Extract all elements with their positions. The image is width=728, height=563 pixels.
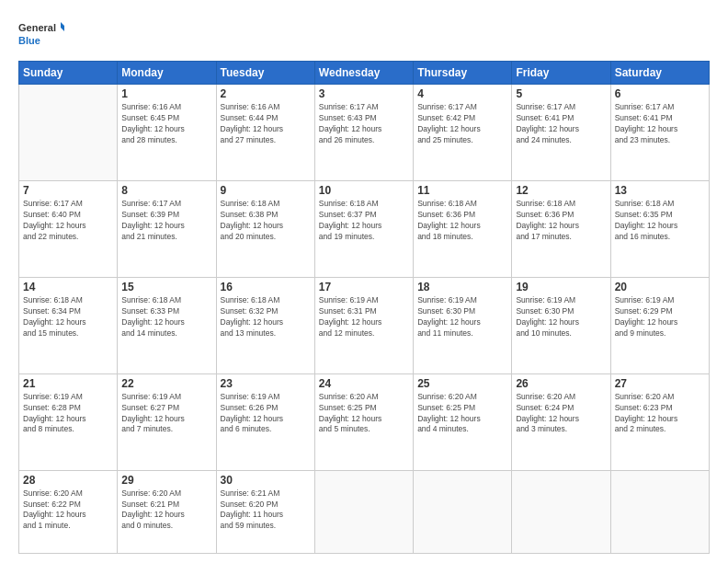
day-number: 1 [121,87,211,100]
day-info: Sunrise: 6:20 AM Sunset: 6:24 PM Dayligh… [516,392,606,436]
day-info: Sunrise: 6:20 AM Sunset: 6:21 PM Dayligh… [121,488,211,533]
calendar-cell [610,470,709,553]
calendar-cell [512,470,610,553]
calendar-cell [414,470,512,553]
day-info: Sunrise: 6:17 AM Sunset: 6:39 PM Dayligh… [121,199,211,243]
day-number: 22 [121,377,211,390]
logo-svg: General Blue [18,17,64,52]
calendar-cell: 14Sunrise: 6:18 AM Sunset: 6:34 PM Dayli… [19,277,118,373]
calendar-cell: 22Sunrise: 6:19 AM Sunset: 6:27 PM Dayli… [118,373,216,470]
calendar-week-row: 28Sunrise: 6:20 AM Sunset: 6:22 PM Dayli… [19,470,710,553]
day-info: Sunrise: 6:19 AM Sunset: 6:27 PM Dayligh… [121,392,211,436]
day-info: Sunrise: 6:18 AM Sunset: 6:35 PM Dayligh… [615,199,705,243]
calendar-cell: 25Sunrise: 6:20 AM Sunset: 6:25 PM Dayli… [414,373,512,470]
calendar-cell: 21Sunrise: 6:19 AM Sunset: 6:28 PM Dayli… [19,373,118,470]
page-header: General Blue [18,17,710,52]
day-info: Sunrise: 6:18 AM Sunset: 6:34 PM Dayligh… [23,295,113,339]
calendar-cell: 19Sunrise: 6:19 AM Sunset: 6:30 PM Dayli… [512,277,610,373]
weekday-header-friday: Friday [512,62,610,85]
day-info: Sunrise: 6:19 AM Sunset: 6:26 PM Dayligh… [221,392,311,436]
day-info: Sunrise: 6:19 AM Sunset: 6:31 PM Dayligh… [319,295,409,339]
calendar-cell: 4Sunrise: 6:17 AM Sunset: 6:42 PM Daylig… [414,85,512,181]
day-info: Sunrise: 6:20 AM Sunset: 6:25 PM Dayligh… [319,392,409,436]
day-info: Sunrise: 6:17 AM Sunset: 6:41 PM Dayligh… [615,102,705,146]
calendar-cell: 28Sunrise: 6:20 AM Sunset: 6:22 PM Dayli… [19,470,118,553]
day-number: 18 [417,281,507,293]
calendar-cell: 16Sunrise: 6:18 AM Sunset: 6:32 PM Dayli… [216,277,314,373]
day-number: 3 [319,87,409,100]
weekday-header-sunday: Sunday [19,62,118,85]
calendar-cell: 9Sunrise: 6:18 AM Sunset: 6:38 PM Daylig… [216,180,314,277]
day-info: Sunrise: 6:17 AM Sunset: 6:42 PM Dayligh… [417,102,507,146]
calendar-cell: 29Sunrise: 6:20 AM Sunset: 6:21 PM Dayli… [118,470,216,553]
day-number: 2 [221,87,311,100]
calendar-cell: 10Sunrise: 6:18 AM Sunset: 6:37 PM Dayli… [314,180,413,277]
day-info: Sunrise: 6:16 AM Sunset: 6:44 PM Dayligh… [221,102,311,146]
calendar-cell: 26Sunrise: 6:20 AM Sunset: 6:24 PM Dayli… [512,373,610,470]
calendar-cell: 6Sunrise: 6:17 AM Sunset: 6:41 PM Daylig… [610,85,709,181]
calendar-cell: 7Sunrise: 6:17 AM Sunset: 6:40 PM Daylig… [19,180,118,277]
calendar-cell: 18Sunrise: 6:19 AM Sunset: 6:30 PM Dayli… [414,277,512,373]
day-info: Sunrise: 6:21 AM Sunset: 6:20 PM Dayligh… [221,488,311,533]
day-number: 19 [516,281,606,293]
calendar-cell: 11Sunrise: 6:18 AM Sunset: 6:36 PM Dayli… [414,180,512,277]
calendar-cell: 27Sunrise: 6:20 AM Sunset: 6:23 PM Dayli… [610,373,709,470]
day-info: Sunrise: 6:18 AM Sunset: 6:36 PM Dayligh… [516,199,606,243]
day-info: Sunrise: 6:18 AM Sunset: 6:33 PM Dayligh… [121,295,211,339]
weekday-header-wednesday: Wednesday [314,62,413,85]
calendar-cell: 13Sunrise: 6:18 AM Sunset: 6:35 PM Dayli… [610,180,709,277]
day-number: 15 [121,281,211,293]
day-number: 11 [417,184,507,197]
day-info: Sunrise: 6:17 AM Sunset: 6:41 PM Dayligh… [516,102,606,146]
day-number: 30 [221,474,311,487]
svg-marker-2 [61,22,64,28]
day-info: Sunrise: 6:16 AM Sunset: 6:45 PM Dayligh… [121,102,211,146]
day-number: 26 [516,377,606,390]
day-number: 8 [121,184,211,197]
calendar-cell: 23Sunrise: 6:19 AM Sunset: 6:26 PM Dayli… [216,373,314,470]
day-number: 14 [23,281,113,293]
calendar-cell: 30Sunrise: 6:21 AM Sunset: 6:20 PM Dayli… [216,470,314,553]
day-info: Sunrise: 6:19 AM Sunset: 6:28 PM Dayligh… [23,392,113,436]
day-number: 4 [417,87,507,100]
day-number: 20 [615,281,705,293]
day-number: 5 [516,87,606,100]
calendar-cell [19,85,118,181]
calendar-cell: 8Sunrise: 6:17 AM Sunset: 6:39 PM Daylig… [118,180,216,277]
day-info: Sunrise: 6:18 AM Sunset: 6:38 PM Dayligh… [221,199,311,243]
day-info: Sunrise: 6:18 AM Sunset: 6:37 PM Dayligh… [319,199,409,243]
day-info: Sunrise: 6:20 AM Sunset: 6:23 PM Dayligh… [615,392,705,436]
day-info: Sunrise: 6:19 AM Sunset: 6:29 PM Dayligh… [615,295,705,339]
calendar-week-row: 7Sunrise: 6:17 AM Sunset: 6:40 PM Daylig… [19,180,710,277]
calendar-cell: 17Sunrise: 6:19 AM Sunset: 6:31 PM Dayli… [314,277,413,373]
day-number: 10 [319,184,409,197]
day-number: 7 [23,184,113,197]
calendar-cell: 1Sunrise: 6:16 AM Sunset: 6:45 PM Daylig… [118,85,216,181]
day-info: Sunrise: 6:20 AM Sunset: 6:22 PM Dayligh… [23,488,113,533]
day-info: Sunrise: 6:18 AM Sunset: 6:32 PM Dayligh… [221,295,311,339]
calendar-week-row: 21Sunrise: 6:19 AM Sunset: 6:28 PM Dayli… [19,373,710,470]
calendar-cell [314,470,413,553]
day-number: 6 [615,87,705,100]
svg-text:Blue: Blue [18,35,40,46]
day-info: Sunrise: 6:19 AM Sunset: 6:30 PM Dayligh… [516,295,606,339]
day-number: 13 [615,184,705,197]
weekday-header-monday: Monday [118,62,216,85]
weekday-header-saturday: Saturday [610,62,709,85]
day-info: Sunrise: 6:17 AM Sunset: 6:43 PM Dayligh… [319,102,409,146]
calendar-cell: 24Sunrise: 6:20 AM Sunset: 6:25 PM Dayli… [314,373,413,470]
day-number: 28 [23,474,113,487]
day-info: Sunrise: 6:20 AM Sunset: 6:25 PM Dayligh… [417,392,507,436]
day-number: 29 [121,474,211,487]
logo: General Blue [18,17,64,52]
calendar-cell: 5Sunrise: 6:17 AM Sunset: 6:41 PM Daylig… [512,85,610,181]
day-info: Sunrise: 6:17 AM Sunset: 6:40 PM Dayligh… [23,199,113,243]
day-number: 25 [417,377,507,390]
day-info: Sunrise: 6:18 AM Sunset: 6:36 PM Dayligh… [417,199,507,243]
calendar-week-row: 1Sunrise: 6:16 AM Sunset: 6:45 PM Daylig… [19,85,710,181]
day-number: 24 [319,377,409,390]
calendar-cell: 15Sunrise: 6:18 AM Sunset: 6:33 PM Dayli… [118,277,216,373]
calendar-cell: 3Sunrise: 6:17 AM Sunset: 6:43 PM Daylig… [314,85,413,181]
calendar-cell: 2Sunrise: 6:16 AM Sunset: 6:44 PM Daylig… [216,85,314,181]
day-number: 12 [516,184,606,197]
